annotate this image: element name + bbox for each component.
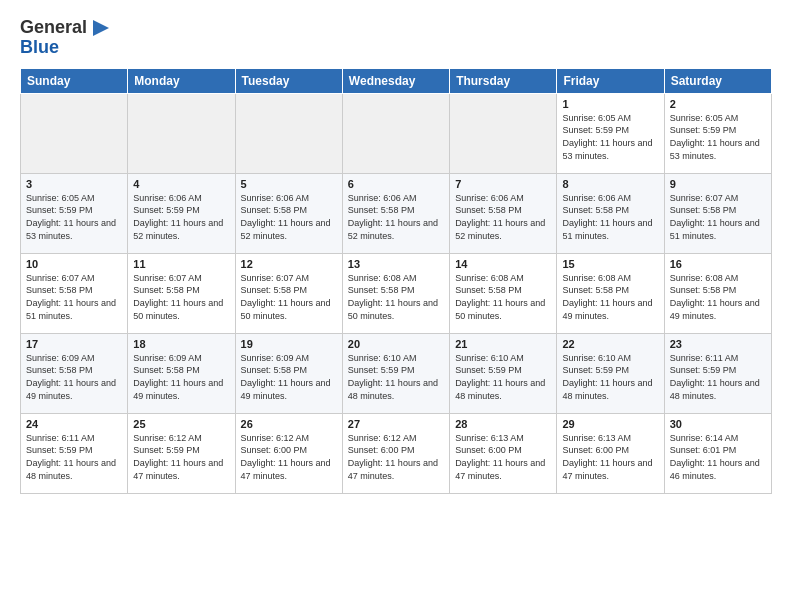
calendar-cell: 19 Sunrise: 6:09 AM Sunset: 5:58 PM Dayl… [235,333,342,413]
sunset-label: Sunset: 5:58 PM [455,285,522,295]
daylight-label: Daylight: 11 hours and 48 minutes. [455,378,545,401]
calendar-cell: 27 Sunrise: 6:12 AM Sunset: 6:00 PM Dayl… [342,413,449,493]
header-saturday: Saturday [664,68,771,93]
day-number: 9 [670,178,766,190]
sunrise-label: Sunrise: 6:06 AM [133,193,202,203]
daylight-label: Daylight: 11 hours and 51 minutes. [562,218,652,241]
day-info: Sunrise: 6:09 AM Sunset: 5:58 PM Dayligh… [133,352,229,402]
day-number: 12 [241,258,337,270]
daylight-label: Daylight: 11 hours and 48 minutes. [670,378,760,401]
daylight-label: Daylight: 11 hours and 47 minutes. [455,458,545,481]
day-info: Sunrise: 6:06 AM Sunset: 5:58 PM Dayligh… [455,192,551,242]
sunrise-label: Sunrise: 6:05 AM [26,193,95,203]
day-info: Sunrise: 6:06 AM Sunset: 5:58 PM Dayligh… [241,192,337,242]
day-number: 27 [348,418,444,430]
sunrise-label: Sunrise: 6:06 AM [562,193,631,203]
sunrise-label: Sunrise: 6:12 AM [348,433,417,443]
sunrise-label: Sunrise: 6:13 AM [562,433,631,443]
sunrise-label: Sunrise: 6:08 AM [670,273,739,283]
calendar: Sunday Monday Tuesday Wednesday Thursday… [20,68,772,494]
sunset-label: Sunset: 5:58 PM [133,285,200,295]
sunrise-label: Sunrise: 6:10 AM [348,353,417,363]
sunrise-label: Sunrise: 6:13 AM [455,433,524,443]
svg-marker-0 [93,20,109,36]
daylight-label: Daylight: 11 hours and 48 minutes. [562,378,652,401]
calendar-cell: 23 Sunrise: 6:11 AM Sunset: 5:59 PM Dayl… [664,333,771,413]
sunrise-label: Sunrise: 6:11 AM [26,433,95,443]
day-info: Sunrise: 6:11 AM Sunset: 5:59 PM Dayligh… [26,432,122,482]
day-number: 3 [26,178,122,190]
calendar-cell [21,93,128,173]
day-info: Sunrise: 6:13 AM Sunset: 6:00 PM Dayligh… [562,432,658,482]
sunset-label: Sunset: 6:00 PM [348,445,415,455]
day-info: Sunrise: 6:08 AM Sunset: 5:58 PM Dayligh… [562,272,658,322]
sunrise-label: Sunrise: 6:08 AM [348,273,417,283]
day-info: Sunrise: 6:06 AM Sunset: 5:58 PM Dayligh… [562,192,658,242]
daylight-label: Daylight: 11 hours and 49 minutes. [670,298,760,321]
calendar-cell: 15 Sunrise: 6:08 AM Sunset: 5:58 PM Dayl… [557,253,664,333]
sunset-label: Sunset: 5:59 PM [562,365,629,375]
calendar-cell [342,93,449,173]
day-info: Sunrise: 6:07 AM Sunset: 5:58 PM Dayligh… [133,272,229,322]
day-info: Sunrise: 6:06 AM Sunset: 5:59 PM Dayligh… [133,192,229,242]
daylight-label: Daylight: 11 hours and 48 minutes. [348,378,438,401]
day-number: 29 [562,418,658,430]
sunrise-label: Sunrise: 6:08 AM [562,273,631,283]
header-thursday: Thursday [450,68,557,93]
daylight-label: Daylight: 11 hours and 47 minutes. [562,458,652,481]
sunset-label: Sunset: 5:59 PM [26,205,93,215]
sunrise-label: Sunrise: 6:06 AM [455,193,524,203]
sunrise-label: Sunrise: 6:05 AM [562,113,631,123]
day-number: 15 [562,258,658,270]
sunrise-label: Sunrise: 6:14 AM [670,433,739,443]
daylight-label: Daylight: 11 hours and 46 minutes. [670,458,760,481]
sunrise-label: Sunrise: 6:11 AM [670,353,739,363]
day-number: 25 [133,418,229,430]
calendar-cell: 17 Sunrise: 6:09 AM Sunset: 5:58 PM Dayl… [21,333,128,413]
sunrise-label: Sunrise: 6:05 AM [670,113,739,123]
sunrise-label: Sunrise: 6:09 AM [241,353,310,363]
day-info: Sunrise: 6:08 AM Sunset: 5:58 PM Dayligh… [670,272,766,322]
daylight-label: Daylight: 11 hours and 50 minutes. [133,298,223,321]
calendar-cell: 11 Sunrise: 6:07 AM Sunset: 5:58 PM Dayl… [128,253,235,333]
daylight-label: Daylight: 11 hours and 53 minutes. [670,138,760,161]
daylight-label: Daylight: 11 hours and 52 minutes. [348,218,438,241]
sunset-label: Sunset: 5:59 PM [562,125,629,135]
day-number: 26 [241,418,337,430]
sunset-label: Sunset: 5:58 PM [133,365,200,375]
daylight-label: Daylight: 11 hours and 49 minutes. [241,378,331,401]
calendar-cell: 5 Sunrise: 6:06 AM Sunset: 5:58 PM Dayli… [235,173,342,253]
calendar-cell: 12 Sunrise: 6:07 AM Sunset: 5:58 PM Dayl… [235,253,342,333]
sunset-label: Sunset: 6:00 PM [562,445,629,455]
header: General Blue [20,16,772,58]
weekday-header-row: Sunday Monday Tuesday Wednesday Thursday… [21,68,772,93]
sunset-label: Sunset: 5:58 PM [26,285,93,295]
calendar-cell: 14 Sunrise: 6:08 AM Sunset: 5:58 PM Dayl… [450,253,557,333]
day-number: 7 [455,178,551,190]
logo-blue: Blue [20,38,59,58]
daylight-label: Daylight: 11 hours and 51 minutes. [670,218,760,241]
calendar-cell: 30 Sunrise: 6:14 AM Sunset: 6:01 PM Dayl… [664,413,771,493]
daylight-label: Daylight: 11 hours and 53 minutes. [562,138,652,161]
sunset-label: Sunset: 5:58 PM [562,285,629,295]
day-info: Sunrise: 6:09 AM Sunset: 5:58 PM Dayligh… [241,352,337,402]
sunrise-label: Sunrise: 6:06 AM [348,193,417,203]
calendar-cell [235,93,342,173]
calendar-week-2: 3 Sunrise: 6:05 AM Sunset: 5:59 PM Dayli… [21,173,772,253]
daylight-label: Daylight: 11 hours and 49 minutes. [26,378,116,401]
daylight-label: Daylight: 11 hours and 50 minutes. [348,298,438,321]
daylight-label: Daylight: 11 hours and 47 minutes. [133,458,223,481]
sunrise-label: Sunrise: 6:07 AM [670,193,739,203]
sunset-label: Sunset: 5:59 PM [670,125,737,135]
calendar-cell: 8 Sunrise: 6:06 AM Sunset: 5:58 PM Dayli… [557,173,664,253]
calendar-cell [128,93,235,173]
daylight-label: Daylight: 11 hours and 50 minutes. [241,298,331,321]
header-tuesday: Tuesday [235,68,342,93]
logo-general: General [20,18,87,38]
day-info: Sunrise: 6:05 AM Sunset: 5:59 PM Dayligh… [26,192,122,242]
page: General Blue Sunday Monday Tuesday Wedne… [0,0,792,612]
sunrise-label: Sunrise: 6:10 AM [455,353,524,363]
calendar-cell: 22 Sunrise: 6:10 AM Sunset: 5:59 PM Dayl… [557,333,664,413]
calendar-cell: 13 Sunrise: 6:08 AM Sunset: 5:58 PM Dayl… [342,253,449,333]
calendar-cell: 28 Sunrise: 6:13 AM Sunset: 6:00 PM Dayl… [450,413,557,493]
